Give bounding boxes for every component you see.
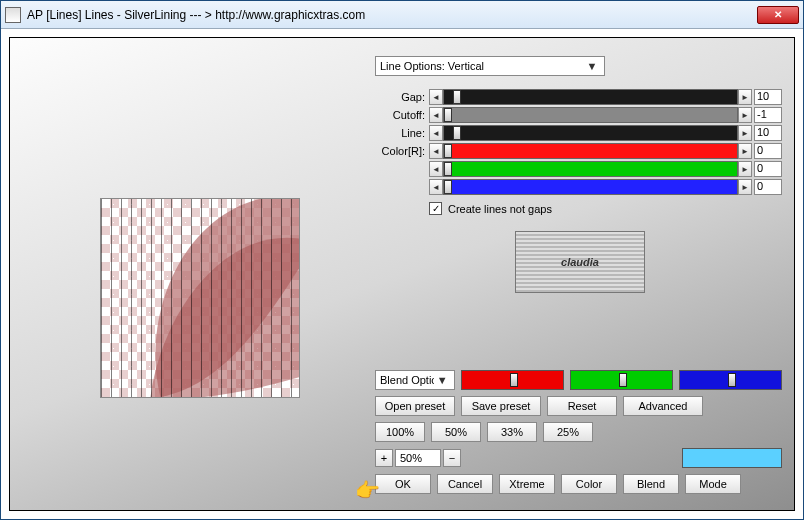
param-value[interactable]: 0 [754, 161, 782, 177]
slider-thumb[interactable] [453, 90, 461, 104]
line-options-dropdown[interactable]: Line Options: Vertical ▼ [375, 56, 605, 76]
param-row: Cutoff:◄►-1 [375, 106, 782, 124]
preview-thumbnail [100, 198, 300, 398]
reset-button[interactable]: Reset [547, 396, 617, 416]
param-row: ◄►0 [375, 178, 782, 196]
zoom-preset-button[interactable]: 33% [487, 422, 537, 442]
app-icon [5, 7, 21, 23]
increment-button[interactable]: ► [738, 179, 752, 195]
decrement-button[interactable]: ◄ [429, 107, 443, 123]
red-color-slider[interactable] [461, 370, 564, 390]
slider-thumb[interactable] [444, 108, 452, 122]
param-row: Line:◄►10 [375, 124, 782, 142]
zoom-in-button[interactable]: + [375, 449, 393, 467]
param-value[interactable]: 10 [754, 89, 782, 105]
increment-button[interactable]: ► [738, 125, 752, 141]
green-color-slider[interactable] [570, 370, 673, 390]
slider-thumb[interactable] [619, 373, 627, 387]
param-value[interactable]: 10 [754, 125, 782, 141]
param-slider[interactable] [443, 125, 738, 141]
advanced-button[interactable]: Advanced [623, 396, 703, 416]
decrement-button[interactable]: ◄ [429, 143, 443, 159]
chevron-down-icon: ▼ [434, 374, 450, 386]
slider-thumb[interactable] [510, 373, 518, 387]
cancel-button[interactable]: Cancel [437, 474, 493, 494]
decrement-button[interactable]: ◄ [429, 179, 443, 195]
decrement-button[interactable]: ◄ [429, 161, 443, 177]
param-value[interactable]: 0 [754, 179, 782, 195]
mode-button[interactable]: Mode [685, 474, 741, 494]
bottom-panel: Blend Options ▼ Open preset Save preset … [375, 370, 782, 500]
line-options-value: Line Options: Vertical [380, 60, 484, 72]
xtreme-button[interactable]: Xtreme [499, 474, 555, 494]
slider-thumb[interactable] [444, 162, 452, 176]
titlebar[interactable]: AP [Lines] Lines - SilverLining --- > ht… [1, 1, 803, 29]
chevron-down-icon: ▼ [584, 60, 600, 72]
blend-options-dropdown[interactable]: Blend Options ▼ [375, 370, 455, 390]
param-value[interactable]: -1 [754, 107, 782, 123]
dialog-panel: Line Options: Vertical ▼ Gap:◄►10Cutoff:… [9, 37, 795, 511]
param-value[interactable]: 0 [754, 143, 782, 159]
zoom-preset-button[interactable]: 50% [431, 422, 481, 442]
param-label: Line: [375, 127, 429, 139]
plugin-window: AP [Lines] Lines - SilverLining --- > ht… [0, 0, 804, 520]
increment-button[interactable]: ► [738, 107, 752, 123]
zoom-value[interactable]: 50% [395, 449, 441, 467]
param-row: Gap:◄►10 [375, 88, 782, 106]
open-preset-button[interactable]: Open preset [375, 396, 455, 416]
preview-vertical-lines [101, 199, 299, 397]
param-slider[interactable] [443, 143, 738, 159]
param-row: Color[R]:◄►0 [375, 142, 782, 160]
param-label: Color[R]: [375, 145, 429, 157]
slider-thumb[interactable] [453, 126, 461, 140]
increment-button[interactable]: ► [738, 89, 752, 105]
increment-button[interactable]: ► [738, 161, 752, 177]
param-slider[interactable] [443, 161, 738, 177]
save-preset-button[interactable]: Save preset [461, 396, 541, 416]
decrement-button[interactable]: ◄ [429, 89, 443, 105]
pointer-icon: 👉 [355, 478, 380, 502]
slider-thumb[interactable] [444, 144, 452, 158]
create-lines-label: Create lines not gaps [448, 203, 552, 215]
param-slider[interactable] [443, 89, 738, 105]
slider-thumb[interactable] [728, 373, 736, 387]
slider-thumb[interactable] [444, 180, 452, 194]
param-slider[interactable] [443, 179, 738, 195]
create-lines-checkbox[interactable]: ✓ [429, 202, 442, 215]
param-label: Cutoff: [375, 109, 429, 121]
zoom-preset-button[interactable]: 100% [375, 422, 425, 442]
window-title: AP [Lines] Lines - SilverLining --- > ht… [27, 8, 365, 22]
param-slider[interactable] [443, 107, 738, 123]
zoom-preset-button[interactable]: 25% [543, 422, 593, 442]
color-swatch[interactable] [682, 448, 782, 468]
controls-group: Line Options: Vertical ▼ Gap:◄►10Cutoff:… [375, 56, 782, 293]
close-button[interactable]: ✕ [757, 6, 799, 24]
param-label: Gap: [375, 91, 429, 103]
ok-button[interactable]: OK [375, 474, 431, 494]
param-row: ◄►0 [375, 160, 782, 178]
client-area: Line Options: Vertical ▼ Gap:◄►10Cutoff:… [1, 29, 803, 519]
blue-color-slider[interactable] [679, 370, 782, 390]
blend-button[interactable]: Blend [623, 474, 679, 494]
brand-logo: claudia [515, 231, 645, 293]
increment-button[interactable]: ► [738, 143, 752, 159]
color-button[interactable]: Color [561, 474, 617, 494]
zoom-out-button[interactable]: − [443, 449, 461, 467]
decrement-button[interactable]: ◄ [429, 125, 443, 141]
